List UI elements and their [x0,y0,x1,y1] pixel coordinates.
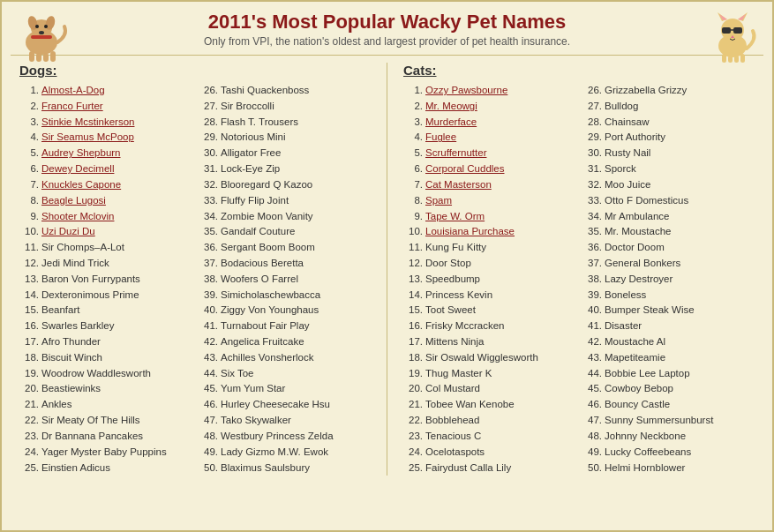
list-number: 33. [199,193,218,209]
list-name: Bobbie Lee Laptop [605,366,690,382]
list-name[interactable]: Spam [425,193,452,209]
list-name: Lady Gizmo M.W. Ewok [221,445,328,461]
list-number: 27. [582,99,602,115]
list-name: Sir Meaty Of The Hills [41,413,140,429]
list-name: Sir Oswald Wigglesworth [425,350,538,366]
list-number: 23. [403,429,423,445]
svg-point-5 [44,25,48,28]
list-name[interactable]: Scruffernutter [425,146,486,161]
list-number: 13. [19,272,39,288]
list-item: 14.Princess Kevin [403,288,575,303]
list-name[interactable]: Audrey Shepburn [41,146,121,161]
list-name[interactable]: Fuglee [425,130,456,146]
list-item: 44.Six Toe [199,366,371,382]
list-item: 15.Beanfart [19,303,192,318]
list-number: 6. [19,161,39,177]
list-name: Yum Yum Star [221,381,285,397]
list-name: Bulldog [605,99,638,115]
list-name[interactable]: Murderface [425,115,477,131]
list-item: 40.Bumper Steak Wise [582,303,755,318]
list-name: Angelica Fruitcake [221,334,304,350]
list-name[interactable]: Knuckles Capone [41,177,121,193]
list-name: Blooregard Q Kazoo [221,177,312,193]
list-name: Rusty Nail [605,146,650,161]
list-item: 48.Westbury Princess Zelda [199,429,371,445]
list-item: 36.Doctor Doom [582,240,755,256]
list-item: 19.Thug Master K [403,366,575,382]
list-name: Gandalf Couture [221,224,295,240]
list-name: Dr Bannana Pancakes [41,429,143,445]
list-item: 8.Spam [403,193,575,209]
list-name: Boneless [605,288,646,303]
list-number: 44. [199,366,218,382]
section-divider [387,63,387,476]
list-name[interactable]: Ozzy Pawsbourne [425,83,507,99]
list-name: Tako Skywalker [221,413,291,429]
list-name: Ocelotaspots [425,445,485,461]
list-item: 24.Yager Myster Baby Puppins [19,445,192,461]
list-name[interactable]: Sir Seamus McPoop [41,130,134,146]
list-item: 3.Murderface [403,115,575,131]
list-name[interactable]: Beagle Lugosi [41,193,106,209]
svg-rect-25 [740,54,745,63]
list-name: Mapetiteamie [605,350,665,366]
list-item: 47.Tako Skywalker [199,413,371,429]
list-item: 20.Col Mustard [403,381,575,397]
list-name[interactable]: Corporal Cuddles [425,161,505,177]
list-item: 13.Baron Von Furrypants [19,272,192,288]
list-name[interactable]: Cat Masterson [425,177,492,193]
list-number: 12. [403,256,423,272]
list-item: 46.Hurley Cheesecake Hsu [199,397,371,413]
list-item: 28.Chainsaw [582,115,755,131]
list-number: 11. [19,240,39,256]
list-name: Sergant Boom Boom [221,240,315,256]
dogs-col1: 1.Almost-A-Dog2.Franco Furter3.Stinkie M… [19,83,192,476]
list-name: Bumper Steak Wise [605,303,695,318]
svg-rect-7 [31,35,52,39]
list-name: Simicholaschewbacca [221,288,320,303]
list-name: Sir Chomps–A-Lot [41,240,124,256]
list-name[interactable]: Dewey Decimell [41,161,114,177]
list-number: 48. [582,429,602,445]
list-name: Ziggy Von Younghaus [221,303,319,318]
list-number: 17. [19,334,39,350]
list-name: Einstien Adicus [41,461,110,476]
list-name: Door Stop [425,256,471,272]
cats-section: Cats: 1.Ozzy Pawsbourne2.Mr. Meowgi3.Mur… [403,63,755,476]
list-number: 10. [403,224,423,240]
list-name[interactable]: Tape W. Orm [425,209,485,225]
list-number: 43. [199,350,218,366]
list-name[interactable]: Stinkie Mcstinkerson [41,115,134,131]
list-item: 39.Simicholaschewbacca [199,288,371,303]
list-number: 28. [582,115,602,131]
list-item: 22.Bobblehead [403,413,575,429]
list-item: 1.Almost-A-Dog [19,83,192,99]
list-name: Mittens Ninja [425,334,484,350]
cats-col1: 1.Ozzy Pawsbourne2.Mr. Meowgi3.Murderfac… [403,83,575,476]
list-item: 35.Mr. Moustache [582,224,755,240]
dogs-section: Dogs: 1.Almost-A-Dog2.Franco Furter3.Sti… [19,63,371,476]
svg-rect-9 [36,53,41,62]
list-number: 32. [199,177,218,193]
list-number: 19. [19,366,39,382]
list-item: 28.Flash T. Trousers [199,115,371,131]
list-number: 8. [403,193,423,209]
list-number: 30. [582,146,602,161]
list-number: 4. [403,130,423,146]
list-name[interactable]: Mr. Meowgi [425,99,477,115]
list-number: 15. [19,303,39,318]
list-item: 29.Port Authority [582,130,755,146]
list-name[interactable]: Uzi Duzi Du [41,224,95,240]
list-name[interactable]: Louisiana Purchase [425,224,515,240]
list-name: Toot Sweet [425,303,476,318]
list-name[interactable]: Almost-A-Dog [41,83,105,99]
list-name: Mr. Moustache [605,224,671,240]
cats-list-container: 1.Ozzy Pawsbourne2.Mr. Meowgi3.Murderfac… [403,83,755,476]
list-name[interactable]: Shooter Mclovin [41,209,114,225]
list-item: 37.General Bonkers [582,256,755,272]
list-name: Bouncy Castle [605,397,670,413]
list-item: 42.Angelica Fruitcake [199,334,371,350]
list-number: 10. [19,224,39,240]
list-item: 3.Stinkie Mcstinkerson [19,115,192,131]
list-name[interactable]: Franco Furter [41,99,103,115]
